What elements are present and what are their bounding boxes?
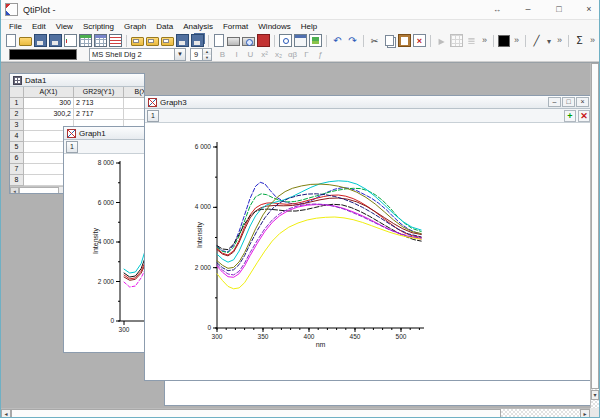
cell[interactable]: 300 <box>24 98 74 109</box>
maximize-button[interactable]: □ <box>550 2 568 17</box>
save-project-icon[interactable] <box>176 34 189 47</box>
cell[interactable] <box>124 98 145 109</box>
menu-scripting[interactable]: Scripting <box>78 20 119 33</box>
menu-file[interactable]: File <box>4 20 27 33</box>
new-matrix-icon[interactable] <box>94 34 107 47</box>
resize-grip-icon[interactable]: ↔ <box>488 2 506 17</box>
vertical-scroll-thumb[interactable] <box>591 63 599 389</box>
graph3-close-button[interactable]: × <box>576 97 589 107</box>
undo-icon[interactable] <box>331 34 344 47</box>
new-note-icon[interactable] <box>109 34 122 47</box>
scroll-right-icon[interactable] <box>580 409 590 418</box>
menu-edit[interactable]: Edit <box>27 20 51 33</box>
row-header[interactable]: 7 <box>10 164 24 175</box>
graph3-minimize-button[interactable]: – <box>548 97 561 107</box>
row-header[interactable]: 2 <box>10 109 24 120</box>
svg-text:350: 350 <box>258 333 269 340</box>
data1-title-bar[interactable]: Data1 <box>10 74 144 87</box>
save-as-icon[interactable] <box>49 34 62 47</box>
cut-icon[interactable] <box>368 34 381 47</box>
graph3-title-bar[interactable]: Graph3 – □ × <box>145 96 592 109</box>
toolbar-separator <box>208 35 209 47</box>
project-explorer-icon[interactable] <box>294 34 307 47</box>
cell[interactable] <box>124 109 145 120</box>
export-graph-icon[interactable] <box>64 34 77 47</box>
import-ascii-icon[interactable] <box>146 37 159 46</box>
menu-help[interactable]: Help <box>296 20 322 33</box>
layer-1-button[interactable]: 1 <box>66 141 78 153</box>
svg-text:6 000: 6 000 <box>195 143 212 150</box>
menu-data[interactable]: Data <box>151 20 178 33</box>
arrow-dropdown-icon[interactable] <box>545 34 553 47</box>
draw-line-icon[interactable] <box>530 34 543 47</box>
print-preview-icon[interactable] <box>242 37 255 46</box>
toolbar-overflow-chevron[interactable]: » <box>480 34 489 47</box>
spin-down-icon[interactable]: ▼ <box>203 55 211 61</box>
scroll-left-icon[interactable]: ◂ <box>10 187 19 194</box>
save-all-icon[interactable] <box>191 34 204 47</box>
find-icon[interactable] <box>279 34 292 47</box>
vertical-scrollbar[interactable] <box>590 63 599 409</box>
paste-icon[interactable] <box>398 34 411 47</box>
new-icon[interactable] <box>6 34 16 47</box>
layer-1-button[interactable]: 1 <box>147 110 159 122</box>
open-icon[interactable] <box>19 37 32 46</box>
export-pdf-icon[interactable] <box>257 34 270 47</box>
menu-windows[interactable]: Windows <box>253 20 295 33</box>
window-graph3[interactable]: Graph3 – □ × 1 + ✕ 02 0004 0006 00030035… <box>144 95 593 381</box>
redo-icon[interactable] <box>346 34 359 47</box>
open-template-icon[interactable] <box>131 37 144 46</box>
toolbar-separator <box>126 35 127 47</box>
toolbar-overflow-chevron[interactable]: » <box>555 34 564 47</box>
menu-analysis[interactable]: Analysis <box>178 20 218 33</box>
font-combo[interactable]: MS Shell Dlg 2 ▼ <box>89 48 186 61</box>
menu-view[interactable]: View <box>51 20 78 33</box>
horizontal-scrollbar[interactable] <box>1 408 592 418</box>
column-header[interactable]: B(X2) <box>124 87 145 98</box>
column-header[interactable]: GR29(Y1) <box>74 87 124 98</box>
data1-title: Data1 <box>25 76 46 85</box>
cell[interactable]: 300,2 <box>24 109 74 120</box>
play-icon <box>435 34 448 47</box>
scroll-thumb[interactable] <box>19 187 59 194</box>
close-button[interactable]: × <box>580 2 598 17</box>
import-multiple-icon[interactable] <box>161 37 174 46</box>
menu-graph[interactable]: Graph <box>119 20 151 33</box>
horizontal-scroll-thumb[interactable] <box>11 409 501 418</box>
row-header[interactable]: 4 <box>10 131 24 142</box>
toolbar-overflow-chevron[interactable]: » <box>588 34 597 47</box>
toolbar-overflow-chevron[interactable]: » <box>512 34 521 47</box>
plot-swatch-icon[interactable] <box>498 35 510 47</box>
minimize-button[interactable]: – <box>519 2 537 17</box>
row-header[interactable]: 6 <box>10 153 24 164</box>
menu-format[interactable]: Format <box>218 20 253 33</box>
table-corner[interactable] <box>10 87 24 98</box>
chevron-down-icon[interactable]: ▼ <box>174 49 185 60</box>
copy-icon[interactable] <box>385 35 394 46</box>
row-header[interactable]: 8 <box>10 175 24 186</box>
color-swatch[interactable] <box>9 49 77 60</box>
delete-icon[interactable] <box>413 34 426 47</box>
scroll-down-icon[interactable] <box>591 390 599 400</box>
save-icon[interactable] <box>34 34 47 47</box>
scroll-left-icon[interactable] <box>1 409 11 418</box>
remove-layer-button[interactable]: ✕ <box>578 110 590 122</box>
print-icon[interactable] <box>227 37 240 46</box>
row-header[interactable]: 3 <box>10 120 24 131</box>
svg-text:Intensity: Intensity <box>196 221 204 248</box>
image-plot-icon[interactable] <box>309 34 322 47</box>
graph1-title: Graph1 <box>79 129 106 138</box>
graph3-maximize-button[interactable]: □ <box>562 97 575 107</box>
column-header[interactable]: A(X1) <box>24 87 74 98</box>
new-table-icon[interactable] <box>79 34 92 47</box>
duplicate-icon[interactable] <box>214 34 224 47</box>
format-buttons: BIUx²x₂αβΓƒ <box>216 48 327 61</box>
font-size-spinner[interactable]: 9 ▲▼ <box>190 48 212 61</box>
add-layer-button[interactable]: + <box>564 110 576 122</box>
sigma-icon[interactable] <box>573 34 586 47</box>
spinner-arrows[interactable]: ▲▼ <box>202 49 211 60</box>
cell[interactable]: 2 717 <box>74 109 124 120</box>
cell[interactable]: 2 713 <box>74 98 124 109</box>
row-header[interactable]: 5 <box>10 142 24 153</box>
row-header[interactable]: 1 <box>10 98 24 109</box>
